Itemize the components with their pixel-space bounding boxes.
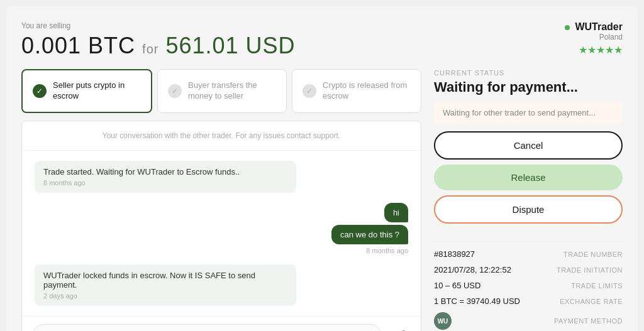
payment-method-row: WU PAYMENT METHOD <box>434 312 623 330</box>
main-container: You are selling 0.001 BTC for 561.01 USD… <box>6 6 638 331</box>
trade-number-label: TRADE NUMBER <box>564 251 623 258</box>
exchange-rate-row: 1 BTC = 39740.49 USD EXCHANGE RATE <box>434 296 623 306</box>
step-1-label: Seller puts crypto in escrow <box>53 80 141 102</box>
system-message-2-text: WUTrader locked funds in escrow. Now it … <box>43 271 287 290</box>
release-button[interactable]: Release <box>434 165 623 190</box>
step-2-label: Buyer transfers the money to seller <box>188 80 276 102</box>
trade-initiation-row: 2021/07/28, 12:22:52 TRADE INITIATION <box>434 265 623 274</box>
selling-info: You are selling 0.001 BTC for 561.01 USD <box>21 21 296 59</box>
step-3: ✓ Crypto is released from escrow <box>292 69 421 113</box>
list-item: WUTrader locked funds in escrow. Now it … <box>35 264 408 306</box>
trade-number-row: #81838927 TRADE NUMBER <box>434 249 623 259</box>
online-indicator <box>565 25 570 30</box>
system-message-1: Trade started. Waiting for WUTrader to E… <box>35 161 296 193</box>
payment-method-label: PAYMENT METHOD <box>554 317 623 325</box>
trade-limits-row: 10 – 65 USD TRADE LIMITS <box>434 281 623 290</box>
step-1-icon: ✓ <box>33 84 47 98</box>
trader-stars: ★★★★★ <box>565 44 623 56</box>
bubble-can-we: can we do this ? <box>331 225 408 244</box>
step-2-icon: ✓ <box>168 84 182 98</box>
btc-amount: 0.001 BTC <box>21 33 135 58</box>
step-3-icon: ✓ <box>303 84 316 98</box>
trade-limits-value: 10 – 65 USD <box>434 281 480 290</box>
trade-limits-label: TRADE LIMITS <box>571 282 623 290</box>
trader-name: WUTrader <box>575 21 623 32</box>
action-buttons: Cancel Release Dispute <box>434 131 623 224</box>
step-1: ✓ Seller puts crypto in escrow <box>21 69 152 113</box>
list-item: hi can we do this ? 8 months ago <box>331 203 408 254</box>
system-message-2-time: 2 days ago <box>43 292 287 300</box>
chat-panel: Your conversation with the other trader.… <box>21 121 421 331</box>
exchange-rate-label: EXCHANGE RATE <box>560 298 623 305</box>
system-message-1-time: 8 months ago <box>43 179 287 187</box>
dispute-button[interactable]: Dispute <box>434 195 623 224</box>
system-message-2: WUTrader locked funds in escrow. Now it … <box>35 264 296 306</box>
payment-avatar: WU <box>434 312 452 330</box>
step-2: ✓ Buyer transfers the money to seller <box>157 69 287 113</box>
chat-input[interactable] <box>32 324 382 331</box>
trader-name-row: WUTrader <box>565 21 623 33</box>
usd-price: 561.01 USD <box>165 33 295 58</box>
selling-label: You are selling <box>21 21 296 30</box>
trade-initiation-label: TRADE INITIATION <box>557 266 623 274</box>
cancel-button[interactable]: Cancel <box>434 131 623 160</box>
trade-details: #81838927 TRADE NUMBER 2021/07/28, 12:22… <box>434 241 623 331</box>
chat-messages: Trade started. Waiting for WUTrader to E… <box>22 151 421 316</box>
step-3-label: Crypto is released from escrow <box>323 80 411 102</box>
right-panel: CURRENT STATUS Waiting for payment... Wa… <box>434 69 623 331</box>
trader-country: Poland <box>565 33 623 41</box>
exchange-rate-value: 1 BTC = 39740.49 USD <box>434 296 520 306</box>
status-title: Waiting for payment... <box>434 79 623 95</box>
trade-initiation-value: 2021/07/28, 12:22:52 <box>434 265 511 274</box>
current-status-label: CURRENT STATUS <box>434 69 623 77</box>
chat-header-text: Your conversation with the other trader.… <box>22 121 421 151</box>
selling-amount: 0.001 BTC for 561.01 USD <box>21 33 296 59</box>
list-item: Trade started. Waiting for WUTrader to E… <box>35 161 408 193</box>
send-button[interactable] <box>388 324 411 331</box>
system-message-1-text: Trade started. Waiting for WUTrader to E… <box>43 167 287 176</box>
bubble-hi: hi <box>384 203 408 222</box>
chat-input-area <box>22 316 421 331</box>
left-panel: ✓ Seller puts crypto in escrow ✓ Buyer t… <box>21 69 421 331</box>
status-message: Waiting for other trader to send payment… <box>434 102 623 124</box>
trade-number-value: #81838927 <box>434 249 475 259</box>
status-section: CURRENT STATUS Waiting for payment... Wa… <box>434 69 623 234</box>
header: You are selling 0.001 BTC for 561.01 USD… <box>21 21 623 59</box>
bubble-time: 8 months ago <box>366 247 408 254</box>
for-text: for <box>142 42 158 56</box>
trader-info: WUTrader Poland ★★★★★ <box>565 21 623 56</box>
content-area: ✓ Seller puts crypto in escrow ✓ Buyer t… <box>21 69 623 331</box>
steps-row: ✓ Seller puts crypto in escrow ✓ Buyer t… <box>21 69 421 113</box>
